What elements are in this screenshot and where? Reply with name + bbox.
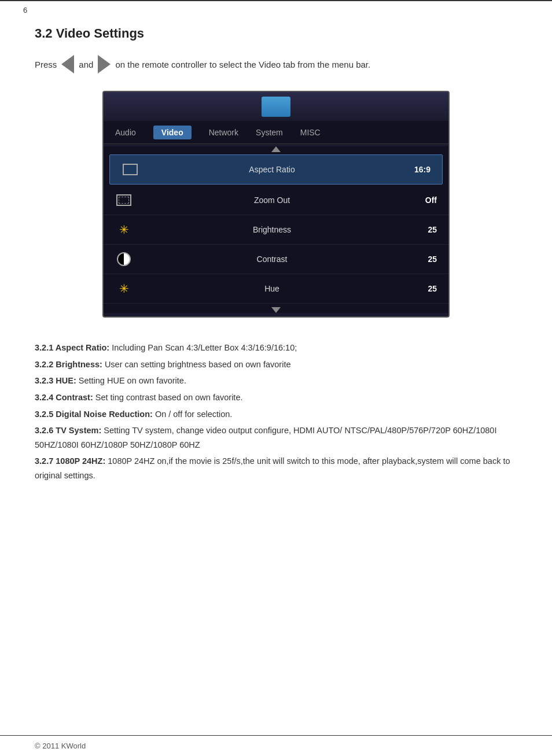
zoom-icon: [115, 191, 133, 209]
contrast-value: 25: [402, 255, 437, 264]
top-bar: 6: [0, 0, 552, 14]
hue-icon-shape: ✳: [119, 282, 129, 296]
desc-325-text: On / off for selection.: [155, 410, 233, 419]
desc-323-bold: 3.2.3 HUE:: [35, 376, 76, 385]
desc-322-text: User can setting brightness based on own…: [105, 360, 291, 369]
descriptions-area: 3.2.1 Aspect Ratio: Including Pan Scan 4…: [35, 341, 517, 483]
desc-323-text: Setting HUE on own favorite.: [79, 376, 186, 385]
contrast-icon-shape: [117, 252, 131, 266]
section-title: 3.2 Video Settings: [35, 26, 517, 41]
desc-327-bold: 3.2.7 1080P 24HZ:: [35, 456, 105, 466]
instruction-text: on the remote controller to select the V…: [115, 60, 370, 69]
scroll-up-arrow: [271, 146, 281, 152]
desc-323: 3.2.3 HUE: Setting HUE on own favorite.: [35, 374, 517, 388]
brightness-value: 25: [402, 225, 437, 234]
desc-324-text: Set ting contrast based on own favorite.: [95, 393, 243, 402]
brightness-icon-shape: ✳: [119, 223, 129, 237]
page-container: 6 3.2 Video Settings Press and on the re…: [0, 0, 552, 756]
settings-row-zoom: Zoom Out Off: [104, 186, 448, 215]
left-arrow-icon: [61, 55, 74, 73]
tab-video: Video: [153, 126, 192, 139]
desc-326: 3.2.6 TV System: Setting TV system, chan…: [35, 423, 517, 452]
desc-326-text: Setting TV system, change video output c…: [35, 426, 496, 449]
hue-icon: ✳: [115, 280, 133, 297]
desc-321-bold: 3.2.1 Aspect Ratio:: [35, 343, 109, 352]
desc-327: 3.2.7 1080P 24HZ: 1080P 24HZ on,if the m…: [35, 454, 517, 482]
and-label: and: [79, 60, 93, 69]
desc-322-bold: 3.2.2 Brightness:: [35, 360, 102, 369]
aspect-value: 16:9: [396, 165, 430, 174]
tv-screenshot: Audio Video Network System MISC Aspect R…: [102, 91, 450, 318]
contrast-icon: [115, 250, 133, 268]
zoom-label: Zoom Out: [142, 196, 402, 205]
desc-325-bold: 3.2.5 Digital Noise Reduction:: [35, 410, 153, 419]
desc-321-text: Including Pan Scan 4:3/Letter Box 4:3/16…: [112, 343, 297, 352]
tab-network: Network: [209, 128, 238, 137]
desc-324: 3.2.4 Contrast: Set ting contrast based …: [35, 390, 517, 405]
zoom-value: Off: [402, 196, 437, 205]
desc-327-text: 1080P 24HZ on,if the movie is 25f/s,the …: [35, 456, 510, 480]
zoom-icon-shape: [116, 194, 131, 206]
content-area: 3.2 Video Settings Press and on the remo…: [0, 14, 552, 735]
settings-row-contrast: Contrast 25: [104, 245, 448, 274]
page-number: 6: [23, 6, 27, 14]
settings-row-brightness: ✳ Brightness 25: [104, 215, 448, 245]
settings-area: Aspect Ratio 16:9 Zoom Out Off ✳ Br: [104, 146, 448, 313]
footer-copyright: © 2011 KWorld: [35, 742, 86, 750]
hue-value: 25: [402, 284, 437, 293]
right-arrow-icon: [98, 55, 111, 73]
aspect-label: Aspect Ratio: [148, 165, 396, 174]
settings-row-aspect: Aspect Ratio 16:9: [109, 154, 443, 185]
footer: © 2011 KWorld: [0, 735, 552, 756]
brightness-icon: ✳: [115, 221, 133, 238]
tab-audio: Audio: [115, 128, 136, 137]
desc-322: 3.2.2 Brightness: User can setting brigh…: [35, 357, 517, 372]
tv-screen-icon: [262, 97, 290, 117]
menu-tab-bar: Audio Video Network System MISC: [104, 121, 448, 144]
desc-326-bold: 3.2.6 TV System:: [35, 426, 101, 435]
aspect-ratio-icon-shape: [123, 164, 138, 175]
hue-label: Hue: [142, 284, 402, 293]
contrast-label: Contrast: [142, 255, 402, 264]
tab-system: System: [256, 128, 283, 137]
tab-misc: MISC: [300, 128, 321, 137]
tv-top-bar: [104, 92, 448, 121]
desc-321: 3.2.1 Aspect Ratio: Including Pan Scan 4…: [35, 341, 517, 355]
brightness-label: Brightness: [142, 225, 402, 234]
press-label: Press: [35, 60, 57, 69]
desc-325: 3.2.5 Digital Noise Reduction: On / off …: [35, 407, 517, 422]
settings-row-hue: ✳ Hue 25: [104, 274, 448, 304]
desc-324-bold: 3.2.4 Contrast:: [35, 393, 93, 402]
press-instruction: Press and on the remote controller to se…: [35, 55, 517, 73]
aspect-icon: [122, 161, 139, 178]
scroll-down-arrow: [271, 307, 281, 313]
